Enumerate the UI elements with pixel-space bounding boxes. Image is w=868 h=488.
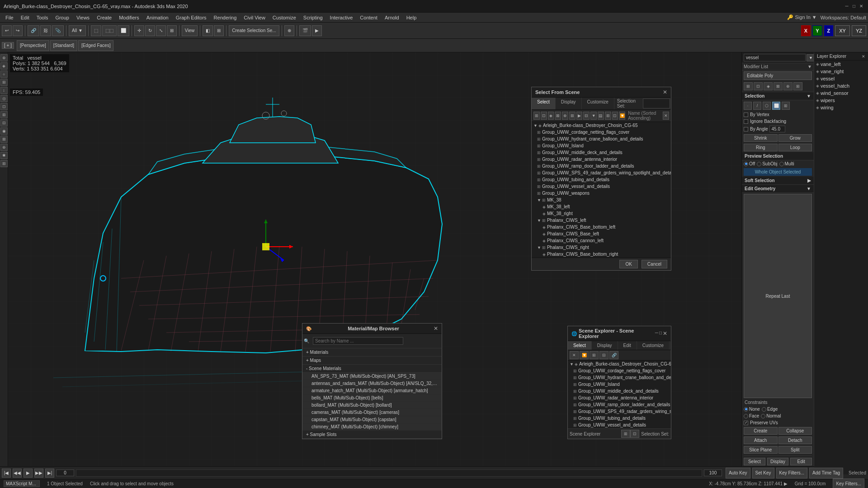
scene-tree[interactable]: ▼ ◈ Arleigh_Burke-class_Destroyer_Chosin… [532, 122, 671, 258]
se-tab-select[interactable]: Select [568, 341, 592, 350]
scene-exp-tree[interactable]: ▼ ◈ Arleigh_Burke-class_Destroyer_Chosin… [568, 361, 671, 428]
attach-button[interactable]: Attach [744, 436, 778, 444]
scene-toolbar-btn-1[interactable]: ⊞ [533, 112, 540, 120]
scene-toolbar-btn-filter[interactable]: 🔽 [619, 112, 625, 120]
constraint-normal-option[interactable]: Normal [761, 413, 781, 418]
select-all-button[interactable]: All ▼ [69, 25, 86, 36]
preview-subobj-radio[interactable] [757, 162, 761, 166]
tl-next-key[interactable]: ▶| [45, 469, 54, 478]
mod-icon-5[interactable]: ⊕ [783, 82, 793, 90]
sidebar-btn-2[interactable]: ◈ [0, 62, 8, 70]
split-button[interactable]: Split [778, 446, 812, 454]
tree-item-mk38r[interactable]: ◈ MK_38_right [532, 210, 671, 217]
se-filter-btn[interactable]: 🔽 [580, 351, 589, 359]
mat-section-scene[interactable]: - Scene Materials [302, 365, 442, 373]
tl-play[interactable]: ▶ [24, 469, 33, 478]
menu-customize[interactable]: Customize [269, 14, 300, 21]
loop-button[interactable]: Loop [778, 144, 812, 151]
select-btn-bottom[interactable]: Select [744, 458, 765, 465]
sel-border-icon[interactable]: ⬡ [763, 102, 771, 110]
shrink-button[interactable]: Shrink [744, 134, 778, 142]
selection-set-input[interactable] [643, 99, 670, 108]
slice-plane-button[interactable]: Slice Plane [744, 446, 778, 454]
menu-file[interactable]: File [2, 14, 17, 21]
sidebar-btn-14[interactable]: ⊞ [0, 160, 8, 167]
constraint-edge-radio[interactable] [762, 407, 766, 412]
tree-item-phalanx-l[interactable]: ▼ ⊞ Phalanx_CIWS_left [532, 217, 671, 224]
viewport[interactable]: Total vessel Polys: 1 382 544 6,369 Vert… [8, 52, 741, 466]
constraint-none-option[interactable]: None [744, 407, 760, 412]
scene-toolbar-btn-5[interactable]: ⊕ [562, 112, 568, 120]
display-btn-bottom[interactable]: Display [767, 458, 789, 465]
menu-interactive[interactable]: Interactive [326, 14, 357, 21]
mat-item-5[interactable]: cameras_MAT (Multi/Sub-Object) [cameras] [302, 409, 442, 416]
axis-x-button[interactable]: X [801, 25, 811, 36]
collapse-button[interactable]: Collapse [778, 427, 812, 435]
align-button[interactable]: ⊞ [214, 25, 224, 36]
grow-button[interactable]: Grow [778, 134, 812, 142]
layer-item-6[interactable]: ◈ wiring [814, 104, 868, 111]
axis-xy-button[interactable]: XY [835, 25, 850, 36]
tree-item-mk38[interactable]: ▼ ⊞ MK_38 [532, 197, 671, 203]
mod-icon-2[interactable]: ⊡ [754, 82, 763, 90]
add-time-tag-button[interactable]: Add Time Tag [809, 468, 843, 479]
menu-create[interactable]: Create [93, 14, 115, 21]
axis-y-button[interactable]: Y [812, 25, 822, 36]
scale-button[interactable]: ⤡ [156, 25, 166, 36]
preserve-uvs-checkbox[interactable]: ✓ [744, 421, 748, 425]
constraint-face-radio[interactable] [744, 414, 748, 418]
layer-item-5[interactable]: ◈ wipers [814, 97, 868, 104]
tree-item-phalanx-r[interactable]: ▼ ⊞ Phalanx_CIWS_right [532, 244, 671, 251]
sidebar-btn-9[interactable]: ⊟ [0, 119, 8, 127]
sidebar-btn-6[interactable]: ◎ [0, 95, 8, 102]
mod-icon-4[interactable]: ⊠ [774, 82, 783, 90]
menu-rendering[interactable]: Rendering [210, 14, 241, 21]
layer-btn[interactable]: ⊕ [284, 25, 294, 36]
detach-button[interactable]: Detach [778, 436, 812, 444]
tree-item-2[interactable]: ⊞ Group_UWW_hydrant_crane_balloon_and_de… [532, 136, 671, 142]
scene-toolbar-btn-7[interactable]: ▶ [576, 112, 583, 120]
mod-icon-6[interactable]: ⊞ [793, 82, 802, 90]
redo-button[interactable]: ↪ [13, 25, 23, 36]
axis-z-button[interactable]: Z [824, 25, 834, 36]
tree-item-3[interactable]: ⊞ Group_UWW_Island [532, 142, 671, 149]
undo-button[interactable]: ↩ [2, 25, 12, 36]
mat-item-3[interactable]: bells_MAT (Multi/Sub-Object) [bells] [302, 394, 442, 402]
se-tree-root[interactable]: ▼ ◈ Arleigh_Burke-class_Destroyer_Chosin… [568, 361, 671, 367]
by-vertex-checkbox[interactable] [744, 113, 748, 117]
se-close-btn[interactable]: ✕ [570, 351, 579, 359]
se-tree-7[interactable]: ⊞ Group_UWW_SPS_49_radar_grders_wiring_s… [568, 408, 671, 415]
scene-toolbar-btn-3[interactable]: ◈ [548, 112, 554, 120]
mat-section-samples[interactable]: + Sample Slots [302, 431, 442, 439]
mat-search-input[interactable] [313, 337, 403, 345]
tl-prev-key[interactable]: |◀ [2, 469, 11, 478]
menu-content[interactable]: Content [356, 14, 381, 21]
sidebar-btn-4[interactable]: ⊞ [0, 79, 8, 86]
soft-selection-header[interactable]: Soft Selection ▶ [742, 177, 814, 185]
sel-poly-icon[interactable]: ⬜ [772, 102, 780, 110]
tree-item-pr1[interactable]: ◈ Phalanx_CIWS_Base_bottom_right [532, 251, 671, 258]
tree-item-9[interactable]: ⊞ Group_UWW_vessel_and_details [532, 183, 671, 190]
mat-item-4[interactable]: bollard_MAT (Multi/Sub-Object) [bollard] [302, 402, 442, 409]
se-tree-2[interactable]: ⊞ Group_UWW_hydrant_crane_balloon_and_de… [568, 374, 671, 381]
sidebar-btn-13[interactable]: ✱ [0, 152, 8, 159]
bind-button[interactable]: 📎 [52, 25, 64, 36]
scene-exp-maximize[interactable]: □ [659, 330, 662, 337]
preview-off-radio[interactable] [744, 162, 748, 166]
rotate-button[interactable]: ↻ [145, 25, 155, 36]
sidebar-btn-5[interactable]: ↕ [0, 87, 8, 94]
tree-item-8[interactable]: ⊞ Group_UWW_tubing_and_details [532, 176, 671, 183]
ok-button[interactable]: OK [619, 260, 637, 268]
render-button[interactable]: ▶ [312, 25, 322, 36]
mat-item-2[interactable]: armature_hatch_MAT (Multi/Sub-Object) [a… [302, 387, 442, 394]
menu-views[interactable]: Views [73, 14, 93, 21]
edit-btn-bottom[interactable]: Edit [790, 458, 812, 465]
menu-civil-view[interactable]: Civil View [240, 14, 269, 21]
close-button[interactable]: ✕ [858, 3, 864, 9]
by-angle-checkbox[interactable] [744, 127, 748, 131]
create-selection-button[interactable]: Create Selection Se... [229, 25, 279, 36]
select-scene-close[interactable]: ✕ [663, 89, 667, 95]
tab-select[interactable]: Select [532, 98, 556, 109]
cancel-button[interactable]: Cancel [642, 260, 667, 268]
maximize-button[interactable]: □ [851, 3, 857, 9]
